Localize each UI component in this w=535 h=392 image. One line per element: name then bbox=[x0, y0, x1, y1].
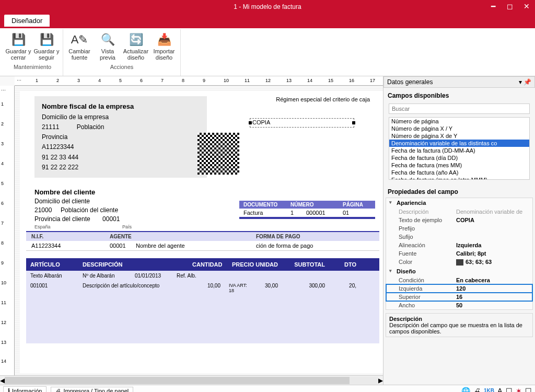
save-close-button[interactable]: 💾 Guardar y cerrar bbox=[4, 29, 32, 63]
list-item[interactable]: Número de página bbox=[389, 118, 529, 125]
document-table[interactable]: DOCUMENTO NÚMERO PÁGINA Factura 1 000001… bbox=[239, 201, 375, 219]
ribbon-group-actions: Acciones bbox=[110, 63, 134, 71]
import-icon: 📥 bbox=[156, 31, 172, 48]
save-continue-button[interactable]: 💾 Guardar y seguir bbox=[32, 29, 61, 63]
articles-table[interactable]: ARTÍCULO DESCRIPCIÓN CANTIDAD PRECIO UNI… bbox=[26, 258, 379, 343]
scroll-right-icon[interactable]: ▶ bbox=[378, 377, 383, 384]
maximize-button[interactable]: ◻ bbox=[502, 0, 518, 13]
color-swatch[interactable] bbox=[456, 259, 463, 266]
side-panel: Datos generales ▾ 📌 Campos disponibles N… bbox=[383, 76, 535, 385]
table-row: Texto Albarán Nº de Albarán 01/01/2013 R… bbox=[26, 271, 379, 281]
list-item[interactable]: Fecha de factura (día DD) bbox=[389, 154, 529, 162]
save-close-icon: 💾 bbox=[10, 31, 27, 48]
preview-button[interactable]: 🔍 Vista previa bbox=[94, 29, 122, 63]
titlebar: 1 - Mi modelo de factura ━ ◻ ✕ Diseñador bbox=[0, 0, 535, 28]
side-panel-selector[interactable]: Datos generales ▾ 📌 bbox=[383, 76, 535, 88]
info-icon: ℹ bbox=[8, 387, 10, 392]
regimen-label[interactable]: Régimen especial del criterio de caja bbox=[276, 96, 370, 102]
import-design-button[interactable]: 📥 Importar diseño bbox=[150, 29, 178, 63]
font-icon: A✎ bbox=[71, 31, 88, 48]
refresh-icon: 🔄 bbox=[127, 31, 144, 48]
company-province: Provincia bbox=[42, 132, 200, 142]
close-button[interactable]: ✕ bbox=[518, 0, 535, 13]
update-design-button[interactable]: 🔄 Actualizar diseño bbox=[122, 29, 150, 63]
status-icon[interactable]: 🖨 bbox=[473, 387, 481, 393]
status-icon[interactable]: 1KB bbox=[484, 388, 494, 392]
list-item[interactable]: Número de página X de Y bbox=[389, 132, 529, 140]
description-box: Descripción Descripción del campo que se… bbox=[386, 313, 533, 337]
company-name: Nombre fiscal de la empresa bbox=[42, 101, 200, 112]
list-item-selected[interactable]: Denominación variable de las distintas c… bbox=[389, 140, 529, 147]
group-appearance[interactable]: Apariencia bbox=[386, 198, 532, 207]
design-canvas[interactable]: ⋯1234567891011121314151617 ⋯123456789101… bbox=[0, 76, 383, 385]
property-grid[interactable]: Apariencia DescripciónDenominación varia… bbox=[386, 198, 533, 310]
search-input[interactable] bbox=[389, 103, 530, 114]
table-row: 001001 Descripción del artículo/concepto… bbox=[26, 281, 379, 343]
qr-code[interactable] bbox=[197, 133, 239, 175]
list-item[interactable]: Fecha de factura (mes en letra MMM) bbox=[389, 176, 529, 180]
company-phone2: 91 22 22 222 bbox=[42, 163, 200, 172]
tab-designer[interactable]: Diseñador bbox=[4, 15, 50, 27]
available-fields-title: Campos disponibles bbox=[383, 88, 535, 101]
info-button[interactable]: ℹInformación bbox=[3, 386, 46, 392]
status-icon[interactable]: A̲ bbox=[497, 387, 503, 393]
selected-field-copia[interactable]: COPIA bbox=[250, 118, 354, 128]
ribbon-group-maintenance: Mantenimiento bbox=[14, 63, 51, 71]
ruler-vertical: ⋯1234567891011121314 bbox=[0, 86, 15, 375]
list-item[interactable]: Fecha de factura (año AA) bbox=[389, 169, 529, 176]
company-address: Domicilio de la empresa bbox=[42, 112, 200, 122]
status-icon[interactable]: ☐ bbox=[525, 387, 532, 393]
window-title: 1 - Mi modelo de factura bbox=[0, 0, 535, 10]
change-font-button[interactable]: A✎ Cambiar fuente bbox=[65, 29, 94, 63]
status-icon[interactable]: 🌐 bbox=[461, 387, 470, 393]
status-icon[interactable]: ✶ bbox=[516, 387, 522, 393]
minimize-button[interactable]: ━ bbox=[485, 0, 502, 13]
preview-icon: 🔍 bbox=[99, 31, 116, 48]
scroll-left-icon[interactable]: ◀ bbox=[0, 377, 5, 384]
save-icon: 💾 bbox=[38, 31, 55, 48]
printer-button[interactable]: 🖨Impresora / Tipo de papel bbox=[51, 387, 133, 393]
field-properties-title: Propiedades del campo bbox=[383, 184, 535, 198]
list-item[interactable]: Número de página X / Y bbox=[389, 125, 529, 132]
dropdown-icon[interactable]: ▾ bbox=[519, 78, 522, 86]
nif-bar[interactable]: N.I.F. AGENTE FORMA DE PAGO A11223344 00… bbox=[26, 231, 379, 251]
horizontal-scrollbar[interactable]: ◀ ▶ bbox=[0, 375, 383, 385]
company-nif: A11223344 bbox=[42, 142, 200, 152]
client-block[interactable]: Nombre del cliente Domicilio del cliente… bbox=[34, 188, 132, 230]
fields-list[interactable]: Número de página Número de página X / Y … bbox=[389, 117, 530, 180]
status-icon[interactable]: ☐ bbox=[506, 387, 513, 393]
ruler-horizontal: ⋯1234567891011121314151617 bbox=[15, 76, 383, 86]
company-phone1: 91 22 33 444 bbox=[42, 153, 200, 163]
status-bar: ℹInformación 🖨Impresora / Tipo de papel … bbox=[0, 385, 535, 392]
client-name: Nombre del cliente bbox=[34, 188, 132, 197]
pin-icon[interactable]: 📌 bbox=[524, 78, 531, 86]
company-block[interactable]: Nombre fiscal de la empresa Domicilio de… bbox=[34, 96, 207, 178]
group-design[interactable]: Diseño bbox=[386, 267, 532, 276]
list-item[interactable]: Fecha de factura (mes MM) bbox=[389, 162, 529, 169]
ribbon: 💾 Guardar y cerrar 💾 Guardar y seguir Ma… bbox=[0, 28, 535, 76]
printer-icon: 🖨 bbox=[55, 388, 61, 393]
list-item[interactable]: Fecha de la factura (DD-MM-AA) bbox=[389, 147, 529, 154]
